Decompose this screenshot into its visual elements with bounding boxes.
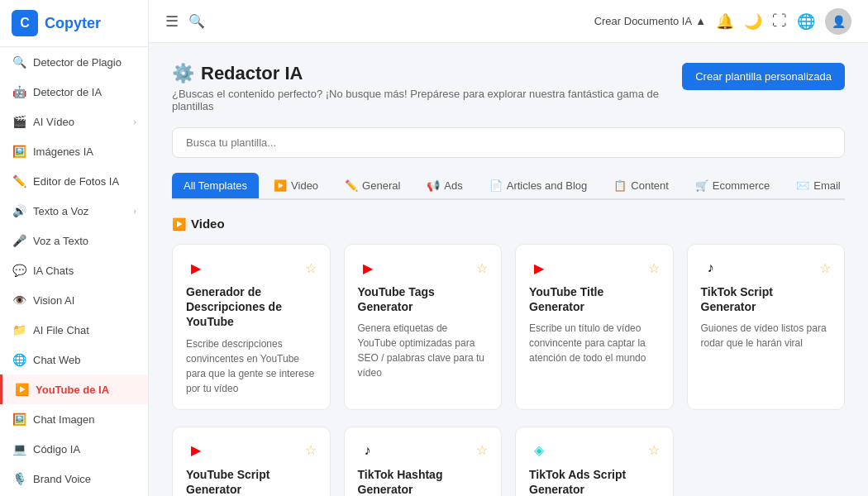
tab-label-articles: Articles and Blog xyxy=(507,179,588,192)
card-header: ◈ ☆ xyxy=(529,441,660,460)
sidebar-item-texto-a-voz[interactable]: 🔊 Texto a Voz › xyxy=(0,196,148,226)
star-icon[interactable]: ☆ xyxy=(305,260,317,276)
sidebar-item-detector-ia[interactable]: 🤖 Detector de IA xyxy=(0,77,148,107)
sidebar-item-chat-imagen[interactable]: 🖼️ Chat Imagen xyxy=(0,404,148,434)
card-row1-0[interactable]: ▶ ☆ Generador de Descripciones de YouTub… xyxy=(172,244,331,410)
sidebar-label-brand-voice: Brand Voice xyxy=(33,473,91,485)
card-row1-3[interactable]: ♪ ☆ TikTok Script Generator Guiones de v… xyxy=(687,244,846,410)
page-header: ⚙️ Redactor IA ¿Buscas el contenido perf… xyxy=(172,63,845,112)
sidebar-item-vision-ai[interactable]: 👁️ Vision AI xyxy=(0,285,148,315)
star-icon[interactable]: ☆ xyxy=(476,260,488,276)
sidebar-label-chat-web: Chat Web xyxy=(33,354,81,366)
tab-label-email: Email xyxy=(813,179,841,192)
search-icon[interactable]: 🔍 xyxy=(188,13,205,29)
tab-icon-general: ✏️ xyxy=(345,179,358,192)
page-title-text: Redactor IA xyxy=(201,63,303,84)
card-header: ▶ ☆ xyxy=(186,258,317,278)
sidebar-icon-texto-a-voz: 🔊 xyxy=(12,203,26,218)
sidebar-item-brand-voice[interactable]: 🎙️ Brand Voice xyxy=(0,464,148,494)
sidebar: C Copyter 🔍 Detector de Plagio 🤖 Detecto… xyxy=(0,0,149,496)
sidebar-label-vision-ai: Vision AI xyxy=(33,294,74,307)
tab-articles[interactable]: 📄 Articles and Blog xyxy=(478,173,599,200)
tab-ads[interactable]: 📢 Ads xyxy=(415,173,474,200)
sidebar-icon-ia-chats: 💬 xyxy=(12,263,26,278)
page-title: ⚙️ Redactor IA xyxy=(172,63,682,84)
search-input[interactable] xyxy=(172,127,845,158)
platform-icon: ♪ xyxy=(358,441,378,460)
topbar-right: Crear Documento IA ▲ 🔔 🌙 ⛶ 🌐 👤 xyxy=(594,8,851,35)
card-title: TikTok Hashtag Generator xyxy=(358,467,489,496)
logo-box: C xyxy=(12,10,38,36)
card-row2-2[interactable]: ◈ ☆ TikTok Ads Script Generator Create a… xyxy=(515,427,674,496)
chevron-icon: › xyxy=(133,117,136,126)
card-row2-0[interactable]: ▶ ☆ YouTube Script Generator Crea rápida… xyxy=(172,427,331,496)
card-title: YouTube Title Generator xyxy=(529,284,660,314)
star-icon[interactable]: ☆ xyxy=(305,442,317,458)
sidebar-item-ai-file-chat[interactable]: 📁 AI File Chat xyxy=(0,315,148,345)
tab-label-ads: Ads xyxy=(444,179,462,192)
tab-icon-ads: 📢 xyxy=(427,179,440,192)
menu-icon[interactable]: ☰ xyxy=(165,12,179,31)
sidebar-logo: C Copyter xyxy=(0,0,148,47)
sidebar-icon-chat-imagen: 🖼️ xyxy=(12,412,26,427)
tabs-bar: All Templates ▶️ Video ✏️ General 📢 Ads … xyxy=(172,173,845,200)
tab-video[interactable]: ▶️ Video xyxy=(262,173,330,200)
platform-icon: ▶ xyxy=(186,258,206,278)
sidebar-item-imagenes-ia[interactable]: 🖼️ Imágenes IA xyxy=(0,136,148,166)
platform-icon: ♪ xyxy=(701,258,721,278)
tab-label-general: General xyxy=(362,179,400,192)
topbar-left: ☰ 🔍 xyxy=(165,12,205,31)
sidebar-item-ai-video[interactable]: 🎬 AI Vídeo › xyxy=(0,107,148,136)
sidebar-icon-detector-ia: 🤖 xyxy=(12,84,26,99)
cards-grid-row2: ▶ ☆ YouTube Script Generator Crea rápida… xyxy=(172,427,845,496)
tab-ecommerce[interactable]: 🛒 Ecommerce xyxy=(684,173,781,200)
notification-icon[interactable]: 🔔 xyxy=(716,12,734,31)
video-section-icon: ▶️ xyxy=(172,217,186,231)
tab-all[interactable]: All Templates xyxy=(172,173,259,200)
tab-email[interactable]: ✉️ Email xyxy=(785,173,845,200)
chevron-icon: › xyxy=(133,206,136,216)
fullscreen-icon[interactable]: ⛶ xyxy=(772,12,787,30)
card-desc: Escribe un título de vídeo convincente p… xyxy=(529,321,660,365)
tab-label-video: Video xyxy=(291,179,318,192)
avatar[interactable]: 👤 xyxy=(825,8,851,35)
card-desc: Guiones de vídeo listos para rodar que l… xyxy=(701,321,832,351)
sidebar-icon-ai-file-chat: 📁 xyxy=(12,322,26,337)
sidebar-icon-youtube-de-ia: ▶️ xyxy=(14,382,29,397)
card-row2-1[interactable]: ♪ ☆ TikTok Hashtag Generator Generate Ti… xyxy=(344,427,503,496)
card-header: ♪ ☆ xyxy=(358,441,489,460)
sidebar-item-editor-fotos-ia[interactable]: ✏️ Editor de Fotos IA xyxy=(0,166,148,196)
card-row1-1[interactable]: ▶ ☆ YouTube Tags Generator Genera etique… xyxy=(344,244,503,410)
sidebar-item-voz-a-texto[interactable]: 🎤 Voz a Texto xyxy=(0,226,148,255)
star-icon[interactable]: ☆ xyxy=(648,442,660,458)
star-icon[interactable]: ☆ xyxy=(648,260,660,276)
sidebar-item-ia-chats[interactable]: 💬 IA Chats xyxy=(0,255,148,285)
language-icon[interactable]: 🌐 xyxy=(797,12,815,31)
page-title-group: ⚙️ Redactor IA ¿Buscas el contenido perf… xyxy=(172,63,682,112)
sidebar-label-ai-file-chat: AI File Chat xyxy=(33,324,89,336)
moon-icon[interactable]: 🌙 xyxy=(744,12,762,31)
sidebar-item-detector-plagio[interactable]: 🔍 Detector de Plagio xyxy=(0,47,148,77)
crear-documento-btn[interactable]: Crear Documento IA ▲ xyxy=(594,15,706,27)
star-icon[interactable]: ☆ xyxy=(819,260,831,276)
sidebar-label-chat-imagen: Chat Imagen xyxy=(33,413,94,426)
sidebar-icon-chat-web: 🌐 xyxy=(12,352,26,367)
card-desc: Genera etiquetas de YouTube optimizadas … xyxy=(358,321,489,380)
card-header: ▶ ☆ xyxy=(358,258,489,278)
cards-grid-row1: ▶ ☆ Generador de Descripciones de YouTub… xyxy=(172,244,845,410)
sidebar-icon-imagenes-ia: 🖼️ xyxy=(12,144,26,159)
logo-text: Copyter xyxy=(45,15,101,32)
video-section-header: ▶️ Video xyxy=(172,217,845,231)
sidebar-label-codigo-ia: Código IA xyxy=(33,443,80,455)
card-row1-2[interactable]: ▶ ☆ YouTube Title Generator Escribe un t… xyxy=(515,244,674,410)
card-header: ▶ ☆ xyxy=(186,441,317,460)
card-header: ▶ ☆ xyxy=(529,258,660,278)
tab-general[interactable]: ✏️ General xyxy=(333,173,412,200)
sidebar-label-ia-chats: IA Chats xyxy=(33,265,74,277)
sidebar-item-codigo-ia[interactable]: 💻 Código IA xyxy=(0,434,148,464)
tab-content[interactable]: 📋 Content xyxy=(602,173,680,200)
sidebar-item-chat-web[interactable]: 🌐 Chat Web xyxy=(0,345,148,374)
star-icon[interactable]: ☆ xyxy=(476,442,488,458)
create-template-btn[interactable]: Crear plantilla personalizada xyxy=(682,63,845,90)
sidebar-item-youtube-de-ia[interactable]: ▶️ YouTube de IA xyxy=(0,374,148,404)
